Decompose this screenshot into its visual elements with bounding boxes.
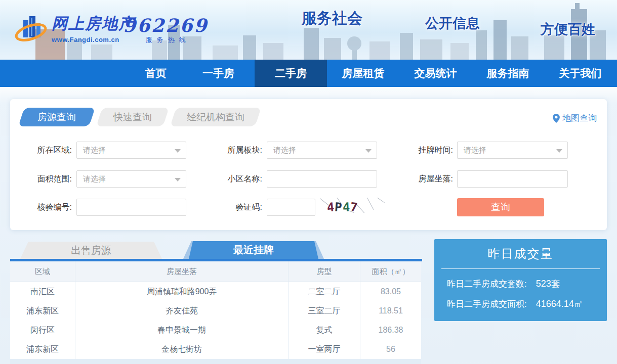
recent-listings-table: 区域 房屋坐落 房型 面积（㎡） 南汇区 周浦镇瑞和路900弄 二室二厅 83.…: [10, 261, 421, 359]
captcha-text: 4P47: [327, 200, 358, 214]
main-navigation: 首页 一手房 二手房 房屋租赁 交易统计 服务指南 关于我们: [0, 60, 617, 87]
community-name-label: 小区名称:: [208, 170, 262, 188]
table-next-row-partial: [10, 359, 421, 364]
captcha-image[interactable]: 4P47: [320, 198, 387, 217]
tab-listing-search[interactable]: 房源查询: [18, 108, 95, 126]
nav-item-rental[interactable]: 房屋租赁: [327, 60, 399, 87]
table-row[interactable]: 浦东新区 齐友佳苑 三室二厅 118.51: [10, 301, 421, 321]
yesterday-transactions-panel: 昨日成交量 昨日二手房成交套数:523套 昨日二手房成交面积:41664.14㎡: [434, 239, 607, 321]
stats-deal-area: 昨日二手房成交面积:41664.14㎡: [447, 298, 583, 310]
nav-item-about-us[interactable]: 关于我们: [544, 60, 616, 87]
site-logo[interactable]: 网上房地产 www.Fangdi.com.cn: [14, 12, 135, 46]
stats-divider: [441, 268, 600, 269]
nav-item-new-homes[interactable]: 一手房: [182, 60, 255, 87]
header-slogan: 服务社会: [302, 8, 362, 29]
nav-item-service-guide[interactable]: 服务指南: [472, 60, 544, 87]
service-hotline: 962269 服务热线: [123, 16, 208, 44]
captcha-input[interactable]: [267, 199, 315, 215]
map-search-link[interactable]: 地图查询: [553, 112, 597, 124]
chevron-down-icon: [175, 178, 181, 181]
verification-no-label: 核验编号:: [10, 199, 72, 216]
hotline-label: 服务热线: [123, 35, 208, 44]
search-panel: 房源查询 快速查询 经纪机构查询 地图查询 所在区域: 请选择 所属板块: 请选…: [10, 99, 607, 230]
stats-deal-area-label: 昨日二手房成交面积:: [447, 299, 527, 309]
page: 网上房地产 www.Fangdi.com.cn 962269 服务热线 服务社会…: [0, 0, 617, 364]
header-slogan: 公开信息: [425, 14, 480, 32]
hotline-number: 962269: [123, 16, 208, 34]
column-header-layout: 房型: [289, 261, 360, 282]
chevron-down-icon: [175, 149, 181, 153]
region-label: 所在区域:: [10, 142, 72, 159]
verification-no-input[interactable]: [77, 199, 186, 215]
table-row[interactable]: 南汇区 周浦镇瑞和路900弄 二室二厅 83.05: [10, 282, 421, 301]
stats-deal-count: 昨日二手房成交套数:523套: [447, 278, 560, 290]
verification-no-field: [76, 199, 186, 216]
nav-item-second-hand[interactable]: 二手房: [255, 60, 327, 87]
table-row[interactable]: 浦东新区 金杨七街坊 一室两厅 56: [10, 340, 421, 359]
house-location-field: [457, 170, 568, 188]
captcha-field: [267, 199, 315, 216]
region-select[interactable]: 请选择: [76, 142, 186, 159]
column-header-location: 房屋坐落: [75, 261, 289, 282]
listing-time-select[interactable]: 请选择: [457, 142, 568, 159]
table-row[interactable]: 闵行区 春申景城一期 复式 186.38: [10, 321, 421, 340]
column-header-region: 区域: [10, 261, 75, 282]
tab-for-sale-listings[interactable]: 出售房源: [20, 242, 162, 259]
table-header-row: 区域 房屋坐落 房型 面积（㎡）: [10, 261, 421, 282]
column-header-area: 面积（㎡）: [360, 261, 421, 282]
chevron-down-icon: [556, 149, 562, 153]
tab-quick-search[interactable]: 快速查询: [96, 108, 169, 126]
nav-item-statistics[interactable]: 交易统计: [399, 60, 472, 87]
search-tabs: 房源查询 快速查询 经纪机构查询: [21, 108, 265, 126]
block-label: 所属板块:: [208, 142, 262, 159]
captcha-label: 验证码:: [208, 199, 262, 216]
site-header: 网上房地产 www.Fangdi.com.cn 962269 服务热线 服务社会…: [0, 0, 617, 60]
house-location-label: 房屋坐落:: [359, 170, 453, 188]
house-location-input[interactable]: [458, 171, 567, 187]
tab-agency-search[interactable]: 经纪机构查询: [170, 108, 261, 126]
nav-item-home[interactable]: 首页: [129, 60, 182, 87]
buildings-logo-icon: [14, 12, 48, 46]
search-button[interactable]: 查询: [457, 198, 544, 216]
listing-time-label: 挂牌时间:: [359, 142, 453, 159]
map-search-label: 地图查询: [562, 112, 597, 124]
map-pin-icon: [553, 114, 560, 123]
area-range-select[interactable]: 请选择: [76, 170, 186, 188]
stats-deal-count-label: 昨日二手房成交套数:: [447, 279, 527, 289]
tab-recent-listings[interactable]: 最近挂牌: [183, 241, 324, 259]
stats-deal-area-value: 41664.14㎡: [536, 299, 583, 309]
area-range-label: 面积范围:: [10, 170, 72, 188]
header-slogan: 方便百姓: [541, 20, 595, 38]
stats-panel-title: 昨日成交量: [434, 246, 607, 262]
stats-deal-count-value: 523套: [536, 279, 560, 289]
